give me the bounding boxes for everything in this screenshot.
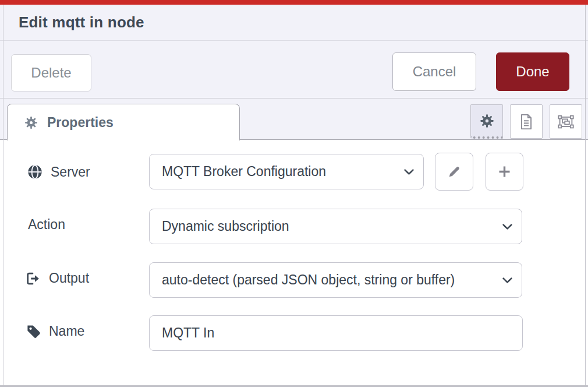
action-select[interactable]: Dynamic subscription bbox=[149, 209, 522, 244]
tab-button-appearance[interactable] bbox=[550, 104, 582, 139]
output-field-label: Output bbox=[24, 270, 89, 286]
globe-icon bbox=[27, 164, 43, 180]
chevron-down-icon bbox=[501, 220, 514, 233]
action-select-value: Dynamic subscription bbox=[162, 219, 501, 234]
panel-right-border bbox=[585, 5, 586, 387]
edit-server-button[interactable] bbox=[435, 153, 473, 191]
sign-out-icon bbox=[24, 271, 41, 286]
top-accent-bar bbox=[0, 0, 588, 5]
gear-icon bbox=[24, 115, 38, 130]
dialog-title: Edit mqtt in node bbox=[19, 13, 144, 31]
file-icon bbox=[518, 113, 534, 131]
dialog-action-bar: Delete Cancel Done bbox=[0, 41, 588, 98]
server-field-label: Server bbox=[27, 164, 90, 180]
output-label-text: Output bbox=[49, 270, 89, 286]
server-label-text: Server bbox=[51, 164, 90, 180]
tab-properties[interactable]: Properties bbox=[7, 104, 240, 140]
action-field-label: Action bbox=[28, 217, 65, 233]
panel-left-border bbox=[3, 5, 3, 387]
chevron-down-icon bbox=[402, 165, 416, 178]
tab-button-properties[interactable] bbox=[470, 104, 503, 139]
add-server-button[interactable] bbox=[486, 153, 523, 191]
gear-icon bbox=[479, 113, 495, 129]
tag-icon bbox=[26, 323, 41, 339]
output-select-value: auto-detect (parsed JSON object, string … bbox=[162, 272, 501, 288]
editor-tab-bar: Properties bbox=[0, 98, 588, 140]
name-field-label: Name bbox=[26, 323, 84, 339]
name-input[interactable] bbox=[149, 315, 523, 351]
delete-button[interactable]: Delete bbox=[11, 54, 91, 92]
tab-properties-label: Properties bbox=[47, 115, 114, 131]
plus-icon bbox=[497, 164, 512, 180]
name-label-text: Name bbox=[49, 323, 84, 339]
cancel-button[interactable]: Cancel bbox=[392, 52, 476, 91]
action-label-text: Action bbox=[28, 217, 65, 233]
server-select-value: MQTT Broker Configuration bbox=[162, 164, 402, 180]
edit-node-dialog: Edit mqtt in node Delete Cancel Done bbox=[0, 0, 588, 387]
object-group-icon bbox=[557, 114, 575, 130]
done-button[interactable]: Done bbox=[496, 52, 569, 91]
chevron-down-icon bbox=[501, 273, 514, 287]
tab-button-description[interactable] bbox=[510, 104, 543, 139]
pencil-icon bbox=[447, 164, 462, 180]
output-select[interactable]: auto-detect (parsed JSON object, string … bbox=[149, 262, 522, 298]
server-select[interactable]: MQTT Broker Configuration bbox=[149, 154, 424, 189]
dialog-header: Edit mqtt in node bbox=[0, 5, 588, 41]
